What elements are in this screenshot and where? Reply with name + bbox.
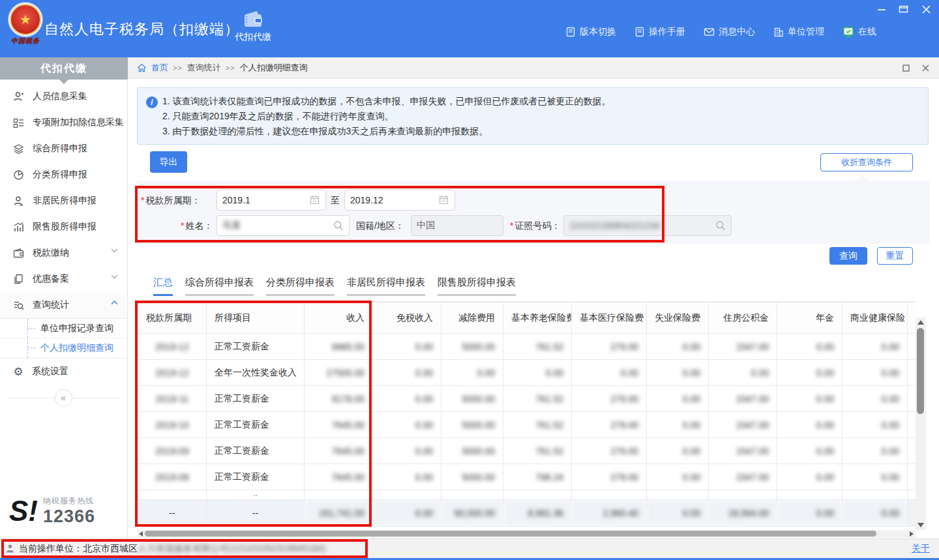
status-unit-name-blurred: 人力资源服务有限公司(121101052319945184)	[138, 543, 325, 555]
sidebar-collapse-button[interactable]: «	[55, 389, 72, 407]
sidebar-item-comprehensive-income[interactable]: 综合所得申报	[0, 136, 127, 162]
reset-button[interactable]: 重置	[877, 247, 913, 265]
search-icon[interactable]	[333, 220, 344, 231]
sidebar-item-nonresident-income[interactable]: 非居民所得申报	[0, 188, 127, 214]
horizontal-scrollbar-thumb[interactable]	[145, 531, 876, 537]
table-cell: 全年一次性奖金收入	[207, 360, 305, 386]
about-link[interactable]: 关于	[912, 543, 930, 555]
sidebar-subitem-personal-withholding-detail[interactable]: 个人扣缴明细查询	[0, 338, 127, 358]
menu-manual[interactable]: 操作手册	[634, 26, 685, 38]
period-to-input[interactable]	[350, 195, 436, 205]
tab-comprehensive-income-form[interactable]: 综合所得申报表	[185, 276, 254, 296]
result-table: 税款所属期所得项目收入免税收入减除费用基本养老保险费基本医疗保险费失业保险费住房…	[138, 302, 916, 527]
result-table-wrap: 税款所属期所得项目收入免税收入减除费用基本养老保险费基本医疗保险费失业保险费住房…	[137, 301, 916, 527]
window-controls	[876, 4, 931, 14]
scroll-right-arrow[interactable]	[910, 531, 914, 537]
table-cell: 5000.00	[441, 412, 503, 438]
window-restore-button[interactable]	[899, 4, 909, 14]
menu-online-label: 在线	[858, 26, 876, 38]
sidebar-item-query-statistics[interactable]: 查询统计	[0, 292, 127, 318]
table-cell: 1547.00	[709, 464, 777, 490]
table-cell: 279.00	[572, 464, 647, 490]
search-icon[interactable]	[715, 220, 726, 231]
menu-unit-management[interactable]: 单位管理	[773, 26, 824, 38]
window-close-button[interactable]	[921, 4, 931, 14]
total-cell: 161,741.00	[305, 500, 373, 527]
column-header: 税款所属期	[138, 302, 207, 334]
period-to-field[interactable]	[344, 190, 455, 211]
menu-message-center[interactable]: 消息中心	[704, 26, 755, 38]
sidebar-item-personnel-info[interactable]: 人员信息采集	[0, 83, 127, 110]
table-cell: 0.00	[647, 412, 709, 438]
scroll-left-arrow[interactable]	[139, 531, 143, 537]
name-label: *姓名：	[181, 215, 213, 236]
nationality-field: 中国	[411, 215, 503, 236]
query-button[interactable]: 查询	[829, 247, 867, 265]
sidebar-item-label: 综合所得申报	[33, 143, 87, 155]
table-cell: 0.00	[647, 334, 709, 360]
table-cell: 2019-12	[138, 360, 207, 386]
emblem-caption: 中国税务	[7, 37, 44, 46]
sidebar-item-system-settings[interactable]: ⚙ 系统设置	[0, 359, 127, 385]
breadcrumb-home[interactable]: 首页	[151, 62, 168, 74]
export-button[interactable]: 导出	[150, 151, 187, 173]
table-cell: 7645.00	[305, 412, 373, 438]
table-cell	[777, 490, 842, 500]
tab-restricted-shares-form[interactable]: 限售股所得申报表	[438, 276, 516, 296]
tab-nonresident-income-form[interactable]: 非居民所得申报表	[347, 276, 425, 296]
menu-online-status[interactable]: 在线	[842, 26, 876, 38]
menu-version-switch[interactable]: 版本切换	[565, 26, 616, 38]
pane-maximize-button[interactable]	[901, 63, 910, 72]
table-cell	[373, 490, 441, 500]
table-row[interactable]: 2019-10正常工资薪金7645.000.005000.00761.52279…	[138, 412, 916, 438]
scroll-down-arrow[interactable]	[917, 523, 924, 527]
tab-summary[interactable]: 汇总	[153, 276, 173, 296]
table-cell: 正常工资薪金	[207, 412, 305, 438]
table-cell: 761.52	[503, 386, 572, 412]
name-field[interactable]: 马某	[216, 215, 350, 236]
period-from-input[interactable]	[222, 195, 307, 205]
sidebar-item-preferential-filing[interactable]: 优惠备案	[0, 266, 127, 292]
tab-classified-income-form[interactable]: 分类所得申报表	[266, 276, 335, 296]
sidebar-item-tax-payment[interactable]: 税款缴纳	[0, 240, 127, 266]
table-cell	[842, 490, 908, 500]
filter-caret	[857, 175, 869, 181]
sidebar-subitem-unit-declare-records[interactable]: 单位申报记录查询	[0, 319, 127, 338]
table-cell: 279.00	[572, 412, 647, 438]
sidebar-item-label: 查询统计	[33, 299, 69, 311]
sidebar-item-restricted-shares[interactable]: 限售股所得申报	[0, 214, 127, 240]
total-cell: 0.00	[777, 500, 842, 527]
window-minimize-button[interactable]	[876, 4, 887, 14]
column-header: 年金	[777, 302, 842, 334]
table-cell: 0.00	[647, 386, 709, 412]
vertical-scrollbar-thumb[interactable]	[917, 328, 924, 414]
hotline-label: 纳税服务热线	[43, 495, 95, 507]
column-header: 住房公积金	[709, 302, 777, 334]
pane-controls	[901, 63, 930, 72]
table-row[interactable]: 2019-12正常工资薪金9985.000.005000.00761.52279…	[138, 334, 916, 360]
table-row[interactable]: 2019-08正常工资薪金7645.000.005000.00798.24279…	[138, 464, 916, 490]
scroll-up-arrow[interactable]	[917, 320, 924, 325]
column-header: 所得项目	[207, 302, 305, 334]
table-cell: 正常工资薪金	[207, 464, 305, 490]
table-cell: 0.00	[842, 412, 908, 438]
calendar-icon	[439, 195, 449, 205]
table-cell: 2019-11	[138, 386, 207, 412]
table-cell: 0.00	[842, 334, 908, 360]
sidebar-item-classified-income[interactable]: 分类所得申报	[0, 162, 127, 188]
table-cell: 761.52	[503, 334, 572, 360]
top-header: ★ 中国税务 自然人电子税务局（扣缴端） 代扣代缴 版本切换	[0, 0, 939, 57]
sidebar-item-label: 人员信息采集	[33, 91, 87, 102]
nav-tab-withholding[interactable]: 代扣代缴	[224, 8, 282, 53]
sidebar-item-special-deduction[interactable]: 专项附加扣除信息采集	[0, 110, 127, 136]
collapse-filter-button[interactable]: 收折查询条件	[820, 153, 913, 171]
required-mark: *	[510, 220, 513, 231]
column-header: 失业保险费	[647, 302, 709, 334]
table-row[interactable]: 2019-11正常工资薪金9178.000.005000.00761.52279…	[138, 386, 916, 412]
period-from-field[interactable]	[216, 190, 326, 211]
table-row[interactable]: 2019-09正常工资薪金7645.000.005000.00761.52279…	[138, 438, 916, 464]
table-cell: 0.00	[373, 386, 441, 412]
pane-close-button[interactable]	[921, 63, 930, 72]
period-label: *税款所属期：	[141, 190, 200, 211]
table-row[interactable]: 2019-12全年一次性奖金收入27500.000.000.000.000.00…	[138, 360, 916, 386]
